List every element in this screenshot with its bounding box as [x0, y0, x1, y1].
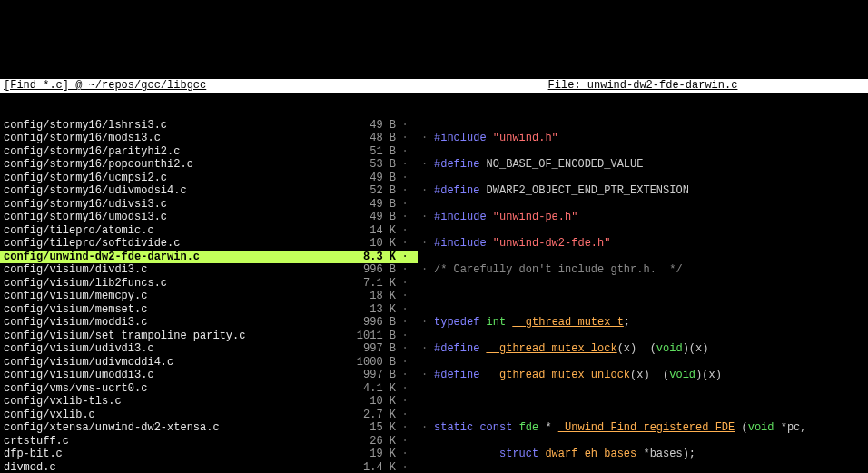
file-row[interactable]: config/visium/lib2funcs.c7.1 K· [0, 277, 418, 291]
file-row[interactable]: config/visium/set_trampoline_parity.c101… [0, 330, 418, 343]
file-size: 10 K [341, 395, 396, 409]
file-name: divmod.c [4, 461, 341, 474]
preview-pane: File: unwind-dw2-fde-darwin.c ·#include … [418, 53, 868, 473]
file-row[interactable]: config/vxlib-tls.c10 K· [0, 395, 418, 409]
file-name: config/visium/udivdi3.c [4, 342, 341, 356]
file-name: config/visium/udivmoddi4.c [4, 356, 341, 370]
file-size: 996 B [341, 263, 396, 277]
file-size: 4.1 K [341, 382, 396, 396]
file-size: 49 B [341, 172, 396, 185]
file-size: 15 K [341, 421, 396, 435]
file-name: config/visium/lib2funcs.c [4, 277, 341, 291]
file-size: 48 B [341, 132, 396, 145]
file-name: config/stormy16/modsi3.c [4, 132, 341, 145]
file-marker: · [396, 435, 414, 448]
file-row[interactable]: config/visium/umoddi3.c997 B· [0, 369, 418, 382]
file-size: 51 B [341, 145, 396, 159]
file-size: 10 K [341, 237, 396, 251]
code-view[interactable]: ·#include "unwind.h" ·#define NO_BASE_OF… [418, 119, 868, 474]
file-row[interactable]: config/vxlib.c2.7 K· [0, 409, 418, 422]
file-list[interactable]: config/stormy16/lshrsi3.c49 B·config/sto… [0, 119, 418, 474]
file-row[interactable]: config/visium/udivmoddi4.c1000 B· [0, 356, 418, 370]
file-row[interactable]: config/unwind-dw2-fde-darwin.c8.3 K· [0, 251, 418, 264]
file-size: 19 K [341, 448, 396, 461]
file-name: config/unwind-dw2-fde-darwin.c [4, 251, 341, 264]
file-row[interactable]: divmod.c1.4 K· [0, 461, 418, 474]
file-row[interactable]: config/stormy16/umodsi3.c49 B· [0, 211, 418, 224]
file-marker: · [396, 251, 414, 264]
file-row[interactable]: config/visium/udivdi3.c997 B· [0, 342, 418, 356]
right-header: File: unwind-dw2-fde-darwin.c [418, 79, 868, 93]
file-name: crtstuff.c [4, 435, 341, 448]
file-marker: · [396, 132, 414, 145]
file-marker: · [396, 316, 414, 330]
file-name: config/visium/moddi3.c [4, 316, 341, 330]
file-marker: · [396, 369, 414, 382]
file-marker: · [396, 303, 414, 317]
file-marker: · [396, 198, 414, 212]
file-size: 996 B [341, 316, 396, 330]
file-name: config/tilepro/atomic.c [4, 224, 341, 238]
file-name: config/stormy16/udivmodsi4.c [4, 184, 341, 198]
file-size: 997 B [341, 369, 396, 382]
file-marker: · [396, 382, 414, 396]
file-marker: · [396, 158, 414, 172]
file-name: config/visium/divdi3.c [4, 263, 341, 277]
file-marker: · [396, 395, 414, 409]
file-marker: · [396, 421, 414, 435]
file-name: config/vxlib.c [4, 409, 341, 422]
file-name: config/vms/vms-ucrt0.c [4, 382, 341, 396]
file-size: 997 B [341, 342, 396, 356]
file-name: config/vxlib-tls.c [4, 395, 341, 409]
file-size: 26 K [341, 435, 396, 448]
file-marker: · [396, 184, 414, 198]
file-marker: · [396, 277, 414, 291]
file-size: 1011 B [341, 330, 396, 343]
file-row[interactable]: crtstuff.c26 K· [0, 435, 418, 448]
file-name: config/xtensa/unwind-dw2-xtensa.c [4, 421, 341, 435]
file-row[interactable]: config/tilepro/atomic.c14 K· [0, 224, 418, 238]
file-name: config/stormy16/umodsi3.c [4, 211, 341, 224]
file-name: config/visium/memcpy.c [4, 290, 341, 303]
file-name: config/visium/memset.c [4, 303, 341, 317]
file-marker: · [396, 119, 414, 133]
file-marker: · [396, 263, 414, 277]
file-row[interactable]: config/visium/memcpy.c18 K· [0, 290, 418, 303]
file-row[interactable]: dfp-bit.c19 K· [0, 448, 418, 461]
file-row[interactable]: config/xtensa/unwind-dw2-xtensa.c15 K· [0, 421, 418, 435]
file-size: 1.4 K [341, 461, 396, 474]
file-size: 13 K [341, 303, 396, 317]
file-name: config/stormy16/popcounthi2.c [4, 158, 341, 172]
file-marker: · [396, 409, 414, 422]
file-row[interactable]: config/stormy16/udivmodsi4.c52 B· [0, 184, 418, 198]
file-marker: · [396, 211, 414, 224]
file-row[interactable]: config/stormy16/parityhi2.c51 B· [0, 145, 418, 159]
file-size: 8.3 K [341, 251, 396, 264]
file-row[interactable]: config/visium/divdi3.c996 B· [0, 263, 418, 277]
file-size: 18 K [341, 290, 396, 303]
file-name: config/stormy16/ucmpsi2.c [4, 172, 341, 185]
file-row[interactable]: config/stormy16/ucmpsi2.c49 B· [0, 172, 418, 185]
file-row[interactable]: config/stormy16/udivsi3.c49 B· [0, 198, 418, 212]
file-row[interactable]: config/stormy16/popcounthi2.c53 B· [0, 158, 418, 172]
file-row[interactable]: config/stormy16/modsi3.c48 B· [0, 132, 418, 145]
file-marker: · [396, 224, 414, 238]
file-size: 49 B [341, 211, 396, 224]
file-marker: · [396, 290, 414, 303]
file-row[interactable]: config/visium/moddi3.c996 B· [0, 316, 418, 330]
file-row[interactable]: config/stormy16/lshrsi3.c49 B· [0, 119, 418, 133]
file-name: config/visium/umoddi3.c [4, 369, 341, 382]
file-size: 52 B [341, 184, 396, 198]
file-size: 49 B [341, 119, 396, 133]
file-row[interactable]: config/visium/memset.c13 K· [0, 303, 418, 317]
left-header: [Find *.c] @ ~/repos/gcc/libgcc [0, 79, 418, 93]
file-name: config/stormy16/udivsi3.c [4, 198, 341, 212]
file-size: 14 K [341, 224, 396, 238]
file-row[interactable]: config/vms/vms-ucrt0.c4.1 K· [0, 382, 418, 396]
file-size: 49 B [341, 198, 396, 212]
file-marker: · [396, 448, 414, 461]
file-name: config/visium/set_trampoline_parity.c [4, 330, 341, 343]
file-marker: · [396, 237, 414, 251]
file-row[interactable]: config/tilepro/softdivide.c10 K· [0, 237, 418, 251]
file-marker: · [396, 356, 414, 370]
